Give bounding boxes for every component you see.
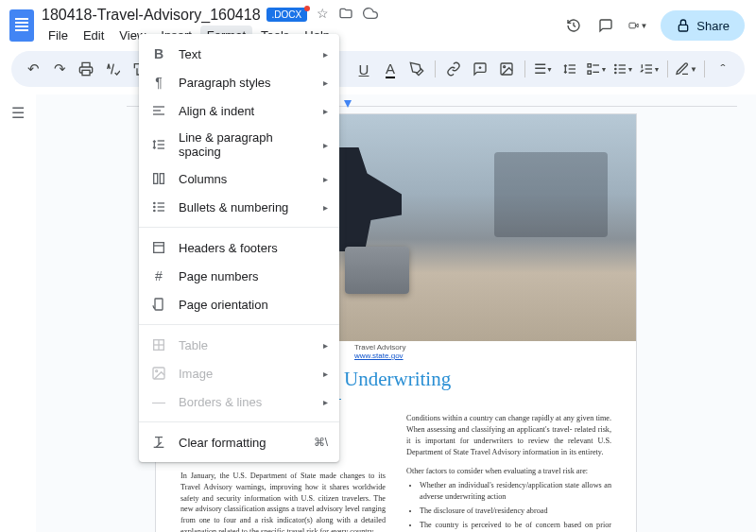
svg-rect-3 bbox=[82, 70, 90, 75]
menu-item-label: Borders & lines bbox=[179, 395, 312, 409]
history-icon[interactable] bbox=[564, 16, 583, 35]
svg-rect-40 bbox=[154, 243, 164, 253]
menu-item-align-indent[interactable]: Align & indent▸ bbox=[139, 96, 339, 125]
svg-rect-14 bbox=[588, 71, 591, 74]
svg-rect-12 bbox=[588, 64, 591, 67]
spellcheck-icon[interactable] bbox=[100, 57, 125, 81]
share-button[interactable]: Share bbox=[661, 10, 745, 41]
comments-icon[interactable] bbox=[596, 16, 615, 35]
menu-item-bullets-numbering[interactable]: Bullets & numbering▸ bbox=[139, 193, 339, 221]
shortcut-label: ⌘\ bbox=[314, 436, 328, 449]
menu-item-page-orientation[interactable]: Page orientation bbox=[139, 290, 339, 318]
menu-item-label: Headers & footers bbox=[179, 241, 328, 255]
column-right[interactable]: Conditions within a country can change r… bbox=[406, 413, 611, 532]
paragraph[interactable]: Other factors to consider when evaluatin… bbox=[406, 466, 611, 477]
comment-icon[interactable] bbox=[468, 57, 492, 81]
docs-logo-icon[interactable] bbox=[9, 9, 34, 42]
menu-separator bbox=[139, 421, 339, 422]
cloud-status-icon[interactable] bbox=[363, 6, 378, 24]
line-spacing-icon[interactable] bbox=[558, 57, 582, 81]
svg-rect-32 bbox=[154, 174, 158, 184]
submenu-arrow-icon: ▸ bbox=[323, 340, 328, 351]
menu-item-label: Bullets & numbering bbox=[179, 200, 312, 215]
separator bbox=[435, 60, 436, 77]
align-icon bbox=[150, 102, 167, 119]
link-icon[interactable] bbox=[441, 57, 466, 81]
image-seat-right bbox=[494, 152, 608, 237]
caption-link[interactable]: www.state.gov bbox=[354, 352, 404, 360]
numbered-list-icon[interactable]: ▼ bbox=[637, 57, 662, 81]
menu-item-label: Line & paragraph spacing bbox=[179, 130, 312, 159]
paragraph[interactable]: In January, the U.S. Department of State… bbox=[180, 471, 386, 532]
insert-image-icon[interactable] bbox=[494, 57, 519, 81]
bulleted-list-icon[interactable]: ▼ bbox=[610, 57, 635, 81]
menu-item-label: Columns bbox=[179, 172, 312, 186]
svg-point-36 bbox=[154, 206, 155, 207]
menu-item-label: Table bbox=[179, 338, 312, 352]
highlight-icon[interactable] bbox=[404, 57, 429, 81]
redo-icon[interactable]: ↷ bbox=[47, 57, 72, 81]
bullet-list[interactable]: Whether an individual's residency/applic… bbox=[420, 480, 611, 532]
header-right: ▼ Share bbox=[564, 10, 745, 41]
menu-item-paragraph-styles[interactable]: ¶Paragraph styles▸ bbox=[139, 68, 339, 96]
table-icon bbox=[150, 336, 167, 353]
menu-item-table: Table▸ bbox=[139, 331, 339, 359]
bullets-icon bbox=[150, 198, 167, 215]
submenu-arrow-icon: ▸ bbox=[323, 174, 328, 184]
toolbar: ↶ ↷ 100% ▼ B I U A ☰▼ ▼ ▼ ▼ ▼ ˆ bbox=[11, 51, 745, 87]
menu-file[interactable]: File bbox=[42, 26, 75, 45]
menu-item-borders-lines: —Borders & lines▸ bbox=[139, 387, 339, 416]
svg-rect-33 bbox=[160, 174, 163, 184]
svg-point-18 bbox=[614, 68, 615, 69]
menu-item-label: Page numbers bbox=[179, 269, 328, 283]
menu-item-label: Text bbox=[179, 47, 312, 61]
menu-item-page-numbers[interactable]: #Page numbers bbox=[139, 262, 339, 290]
menu-item-clear-formatting[interactable]: Clear formatting⌘\ bbox=[139, 428, 339, 456]
image-icon bbox=[150, 365, 167, 382]
outline-toggle-icon[interactable]: ☰ bbox=[11, 104, 25, 532]
document-title[interactable]: 180418-Travel-Advisory_160418 bbox=[42, 7, 261, 24]
outline-panel: ☰ bbox=[0, 94, 36, 532]
borders-icon: — bbox=[150, 393, 167, 410]
list-item[interactable]: The country is perceived to be of concer… bbox=[420, 520, 611, 532]
line-spacing-icon bbox=[150, 136, 167, 153]
docx-badge[interactable]: .DOCX bbox=[266, 8, 308, 22]
paragraph[interactable]: Conditions within a country can change r… bbox=[406, 413, 611, 458]
orientation-icon bbox=[150, 296, 167, 313]
menu-item-label: Paragraph styles bbox=[179, 76, 312, 90]
image-briefcase bbox=[345, 247, 409, 294]
menu-edit[interactable]: Edit bbox=[77, 26, 111, 45]
collapse-toolbar-icon[interactable]: ˆ bbox=[711, 57, 735, 81]
undo-icon[interactable]: ↶ bbox=[21, 57, 45, 81]
text-color-icon[interactable]: A bbox=[378, 57, 403, 81]
submenu-arrow-icon: ▸ bbox=[323, 140, 328, 150]
app-header: 180418-Travel-Advisory_160418 .DOCX ☆ Fi… bbox=[0, 0, 756, 47]
menu-item-label: Clear formatting bbox=[179, 436, 302, 450]
bold-icon: B bbox=[150, 45, 167, 62]
svg-point-34 bbox=[154, 202, 155, 203]
menu-item-columns[interactable]: Columns▸ bbox=[139, 164, 339, 193]
menu-item-line-paragraph-spacing[interactable]: Line & paragraph spacing▸ bbox=[139, 125, 339, 164]
list-item[interactable]: Whether an individual's residency/applic… bbox=[420, 480, 611, 503]
editing-mode-icon[interactable]: ▼ bbox=[674, 57, 698, 81]
svg-point-7 bbox=[504, 66, 506, 68]
menu-item-text[interactable]: BText▸ bbox=[139, 40, 339, 68]
svg-point-47 bbox=[156, 370, 158, 372]
headers-icon bbox=[150, 239, 167, 256]
star-icon[interactable]: ☆ bbox=[317, 6, 329, 24]
svg-rect-2 bbox=[679, 25, 688, 31]
share-label: Share bbox=[696, 19, 730, 33]
meet-icon[interactable]: ▼ bbox=[628, 16, 647, 35]
menu-item-headers-footers[interactable]: Headers & footers bbox=[139, 233, 339, 262]
align-icon[interactable]: ☰▼ bbox=[531, 57, 556, 81]
move-folder-icon[interactable] bbox=[338, 6, 353, 24]
format-menu-dropdown: BText▸¶Paragraph styles▸Align & indent▸L… bbox=[139, 34, 339, 462]
paragraph-icon: ¶ bbox=[150, 74, 167, 91]
underline-icon[interactable]: U bbox=[352, 57, 376, 81]
menu-separator bbox=[139, 324, 339, 325]
list-item[interactable]: The disclosure of travel/residency abroa… bbox=[420, 506, 611, 517]
submenu-arrow-icon: ▸ bbox=[323, 397, 328, 407]
indent-marker-icon[interactable] bbox=[344, 100, 352, 108]
print-icon[interactable] bbox=[74, 57, 98, 81]
checklist-icon[interactable]: ▼ bbox=[584, 57, 609, 81]
